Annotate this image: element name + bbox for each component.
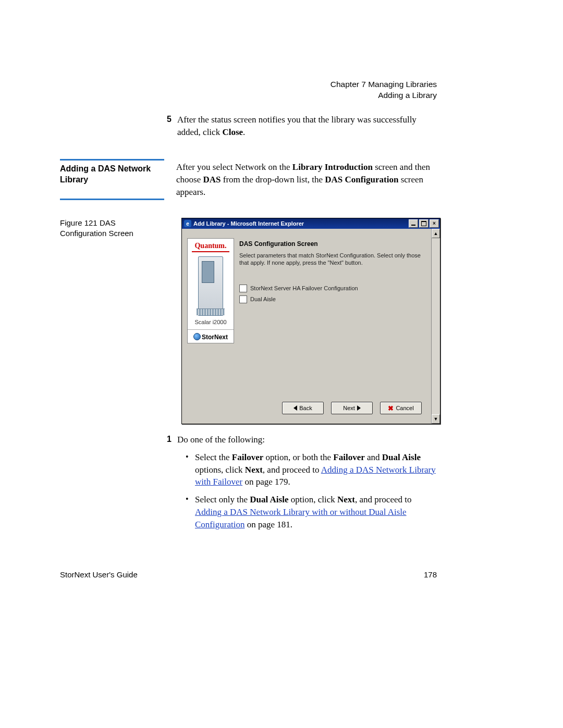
failover-checkbox-label: StorNext Server HA Failover Configuratio… — [250, 285, 358, 291]
triangle-right-icon — [357, 405, 361, 411]
intro-b3: DAS Configuration — [325, 175, 398, 184]
window-minimize-button[interactable] — [409, 219, 418, 228]
dual-aisle-checkbox-label: Dual Aisle — [250, 296, 276, 302]
sidebar-heading-block: Adding a DAS Network Library — [60, 159, 164, 200]
window-scrollbar[interactable]: ▲ ▼ — [431, 229, 440, 424]
chapter-label: Chapter 7 Managing Libraries — [331, 79, 437, 90]
window-maximize-button[interactable] — [419, 219, 429, 228]
back-button[interactable]: Back — [282, 402, 324, 414]
cancel-button[interactable]: ✖ Cancel — [380, 402, 422, 414]
scalar-label: Scalar i2000 — [188, 319, 234, 325]
stornext-label: StorNext — [202, 334, 228, 341]
next-button-label: Next — [343, 405, 355, 411]
intro-b1: Library Introduction — [292, 162, 373, 172]
stornext-globe-icon — [193, 333, 201, 340]
sidebar-heading: Adding a DAS Network Library — [60, 164, 164, 186]
checkbox-row-dual-aisle[interactable]: Dual Aisle — [239, 295, 427, 303]
divider-bottom — [60, 199, 164, 200]
ie-icon: e — [184, 220, 191, 227]
wizard-left-panel: Quantum. Scalar i2000 StorNext — [187, 238, 234, 343]
intro-b2: DAS — [203, 175, 221, 184]
bullet-1: Select the Failover option, or both the … — [186, 451, 438, 488]
step-1-number: 1 — [167, 434, 172, 445]
step-1-lead: Do one of the following: — [177, 435, 265, 445]
window-titlebar[interactable]: e Add Library - Microsoft Internet Explo… — [182, 218, 440, 229]
window-title: Add Library - Microsoft Internet Explore… — [193, 220, 408, 227]
library-illustration — [198, 256, 223, 316]
step-1: 1 Do one of the following: Select the Fa… — [177, 434, 438, 536]
divider-top — [60, 159, 164, 161]
x-icon: ✖ — [388, 404, 394, 412]
step-5-number: 5 — [167, 114, 172, 125]
checkbox-row-failover[interactable]: StorNext Server HA Failover Configuratio… — [239, 285, 427, 292]
link-dual-aisle[interactable]: Adding a DAS Network Library with or wit… — [195, 507, 407, 529]
intro-mid2: from the drop-down list, the — [221, 175, 325, 184]
wizard-button-bar: Back Next ✖ Cancel — [282, 402, 422, 414]
step-5-text-pre: After the status screen notifies you tha… — [177, 115, 417, 137]
page: Chapter 7 Managing Libraries Adding a Li… — [0, 0, 563, 728]
das-config-desc: Select parameters that match StorNext Co… — [239, 252, 427, 267]
window-content: Quantum. Scalar i2000 StorNext DAS Confi… — [182, 229, 431, 424]
back-button-label: Back — [299, 405, 312, 411]
cancel-button-label: Cancel — [396, 405, 413, 411]
step-5: 5 After the status screen notifies you t… — [177, 114, 438, 139]
window-close-button[interactable]: × — [430, 219, 439, 228]
triangle-left-icon — [293, 405, 297, 411]
next-button[interactable]: Next — [331, 402, 373, 414]
section-label: Adding a Library — [331, 90, 437, 101]
bullet-2: Select only the Dual Aisle option, click… — [186, 493, 438, 530]
footer-page-number: 178 — [424, 570, 437, 579]
page-header: Chapter 7 Managing Libraries Adding a Li… — [331, 79, 437, 101]
step-5-bold: Close — [222, 127, 243, 137]
step-1-bullet-list: Select the Failover option, or both the … — [186, 451, 438, 531]
failover-checkbox[interactable] — [239, 285, 247, 292]
intro-pre: After you select Network on the — [176, 162, 292, 172]
intro-paragraph: After you select Network on the Library … — [176, 161, 437, 198]
das-config-title: DAS Configuration Screen — [239, 240, 427, 248]
stornext-badge: StorNext — [188, 329, 234, 341]
dual-aisle-checkbox[interactable] — [239, 295, 247, 303]
quantum-underline — [192, 251, 229, 252]
quantum-logo: Quantum. — [188, 239, 234, 251]
step-5-text-post: . — [243, 127, 245, 137]
window-body: Quantum. Scalar i2000 StorNext DAS Confi… — [182, 229, 440, 424]
scroll-down-button[interactable]: ▼ — [432, 414, 440, 424]
figure-caption: Figure 121 DAS Configuration Screen — [60, 218, 164, 239]
scroll-up-button[interactable]: ▲ — [432, 229, 440, 238]
ie-window: e Add Library - Microsoft Internet Explo… — [181, 218, 440, 424]
wizard-right-panel: DAS Configuration Screen Select paramete… — [239, 240, 427, 303]
footer-left: StorNext User's Guide — [60, 570, 138, 579]
page-footer: StorNext User's Guide 178 — [60, 570, 437, 579]
